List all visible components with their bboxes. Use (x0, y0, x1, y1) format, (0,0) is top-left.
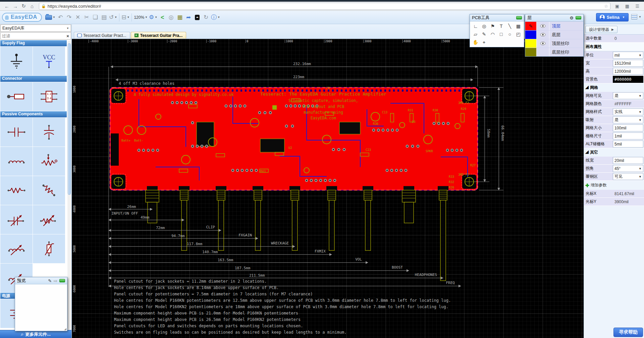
design-manager-button[interactable]: 设计管理器 ▶ (585, 26, 618, 33)
delete-button[interactable]: ✕ (74, 13, 82, 22)
pad-tool-button[interactable]: ◎ (480, 23, 489, 29)
share-button[interactable]: < (159, 13, 166, 22)
library-part-res-h[interactable] (0, 176, 33, 205)
prop-value-栅格尺寸[interactable]: 1mil (613, 132, 643, 139)
tab-schematic[interactable]: Tesseract Guitar Pract... (74, 32, 130, 39)
prop-group-header[interactable]: ◢ 网格 (584, 83, 644, 92)
menu-icon[interactable]: ☰ (633, 4, 641, 9)
redo-button[interactable]: ↷ (65, 13, 73, 22)
library-part-pot[interactable] (33, 147, 65, 176)
pcb-tools-header[interactable]: PCB工具 (470, 14, 524, 21)
prop-value-网格大小[interactable]: 100mil (613, 124, 643, 131)
history-button[interactable]: ↻ (202, 13, 210, 22)
prop-value-线宽[interactable]: 20mil (613, 157, 643, 164)
pan-tool-button[interactable]: ✋ (471, 39, 480, 45)
edit-pencil-icon[interactable]: ✎ (48, 278, 52, 283)
more-components-button[interactable]: ⌕ 更多库元件... (0, 330, 71, 338)
layer-row-顶层丝印[interactable]: 顶层丝印 (525, 39, 583, 48)
align-button[interactable]: ⊟▼ (121, 13, 129, 22)
rect-tool-button[interactable]: □ (497, 31, 506, 37)
layer-label[interactable]: 底层丝印 (549, 48, 583, 56)
canvas-attr-tool-button[interactable]: ◰ (514, 31, 523, 37)
library-part-cap[interactable] (0, 118, 33, 147)
library-part-vcc[interactable]: VCC (33, 47, 65, 75)
add-parameter-button[interactable]: ✚增加参数 (584, 181, 644, 190)
apps-grid-icon[interactable]: ▦ (623, 4, 631, 9)
library-part-varres[interactable] (33, 205, 65, 234)
prop-value-吸附[interactable]: 是▼ (613, 116, 643, 123)
help-button[interactable]: 寻求帮助 (613, 328, 643, 337)
layers-header[interactable]: 层 ⚙ (525, 14, 583, 21)
library-part-gnd[interactable] (0, 47, 33, 75)
measure-tool-button[interactable]: ✎ (480, 31, 489, 37)
section-header-passive-components[interactable]: Passive Components (0, 111, 67, 117)
prop-value-拐角[interactable]: 45°▼ (613, 165, 643, 172)
close-icon[interactable]: × (65, 34, 71, 39)
minimize-button[interactable] (516, 16, 522, 19)
prop-value-网格可见[interactable]: 是▼ (613, 92, 643, 99)
resize-handle[interactable]: ◢ (64, 327, 66, 331)
place-arrow-icon[interactable]: ⇨ (54, 278, 57, 283)
prop-value-宽[interactable]: 15120mil (613, 60, 643, 67)
track-tool-button[interactable]: ∟ (471, 23, 480, 29)
pcb-canvas[interactable]: -4000-3000-2000-100001000200030004000500… (72, 39, 584, 338)
steam-button[interactable]: ◓ (194, 13, 201, 22)
layer-visibility-toggle[interactable] (536, 48, 549, 56)
prop-value-高[interactable]: 12000mil (613, 68, 643, 75)
info-button[interactable]: ⓘ▼ (211, 13, 220, 22)
layer-label[interactable]: 顶层 (549, 22, 583, 30)
layer-color-swatch[interactable]: ✎ (525, 22, 536, 30)
recent-tabs-icon[interactable]: ▣ (613, 4, 621, 9)
layer-visibility-toggle[interactable] (536, 22, 549, 30)
library-part-varind[interactable] (0, 234, 33, 263)
layer-row-底层丝印[interactable]: 底层丝印 (525, 48, 583, 56)
paste-button[interactable]: ▤ (100, 13, 108, 22)
cut-button[interactable]: ✂ (83, 13, 90, 22)
tab-pcb[interactable]: Tesseract Guitar Pra... (131, 32, 186, 39)
copper-area-tool-button[interactable]: ▱ (471, 31, 480, 37)
prop-value-网格样式[interactable]: 实线▼ (613, 108, 643, 115)
line-tool-button[interactable]: ╲ (505, 23, 514, 29)
layer-row-底层[interactable]: 底层 (525, 31, 583, 39)
export-button[interactable]: ➦ (185, 13, 192, 22)
reload-button[interactable]: ↻ (19, 3, 28, 9)
scrollbar-thumb[interactable] (68, 43, 71, 195)
layer-color-swatch[interactable] (525, 31, 536, 39)
layer-color-swatch[interactable] (525, 39, 536, 48)
settings-button[interactable]: ⚙▼ (149, 13, 157, 22)
layer-row-顶层[interactable]: ✎顶层 (525, 22, 583, 30)
layer-visibility-toggle[interactable] (536, 31, 549, 39)
prop-value-背景色[interactable]: #000000 (613, 76, 643, 83)
library-part-res-diag[interactable] (33, 176, 65, 205)
library-part-varcap[interactable] (0, 205, 33, 234)
open-file-button[interactable]: ▼ (45, 13, 55, 22)
layer-visibility-toggle[interactable] (536, 39, 549, 48)
via-tool-button[interactable]: ⚑ (488, 23, 497, 29)
library-part-varistor[interactable] (33, 234, 65, 263)
text-tool-button[interactable]: T (497, 23, 506, 29)
library-part-conn4[interactable]: 1234 (33, 82, 65, 111)
home-button[interactable]: ⌂ (28, 3, 36, 9)
layer-label[interactable]: 顶层丝印 (549, 39, 583, 48)
layer-label[interactable]: 底层 (549, 31, 583, 39)
prop-value-ALT键栅格[interactable]: 5mil (613, 140, 643, 148)
forward-button[interactable]: → (11, 3, 19, 9)
undo-button[interactable]: ↶ (57, 13, 64, 22)
prop-value-覆铜区[interactable]: 可见▼ (613, 173, 643, 180)
gear-icon[interactable]: ⚙ (570, 15, 574, 20)
user-menu-button[interactable]: Selina ▼ (596, 13, 629, 21)
library-part-inductor[interactable] (0, 147, 33, 176)
rotate-button[interactable]: ↺▼ (109, 13, 117, 22)
panel-layout-button[interactable]: ▼ (631, 14, 641, 19)
section-header-connector[interactable]: Connector (0, 76, 67, 82)
layer-color-swatch[interactable] (525, 48, 536, 56)
minimize-button[interactable] (576, 16, 581, 19)
preview-header[interactable]: 预览 ✎ ⇨ (15, 277, 67, 284)
prop-value-单位[interactable]: mil▼ (613, 52, 643, 59)
easyeda-logo[interactable]: EasyEDA (2, 13, 42, 22)
section-header-supply-flag[interactable]: Supply Flag (0, 40, 67, 46)
pcb-preview-button[interactable]: ▦ (176, 13, 183, 22)
copy-button[interactable]: ❏ (92, 13, 99, 22)
scrollbar[interactable] (67, 41, 71, 329)
snapshot-button[interactable]: ◎ (167, 13, 175, 22)
